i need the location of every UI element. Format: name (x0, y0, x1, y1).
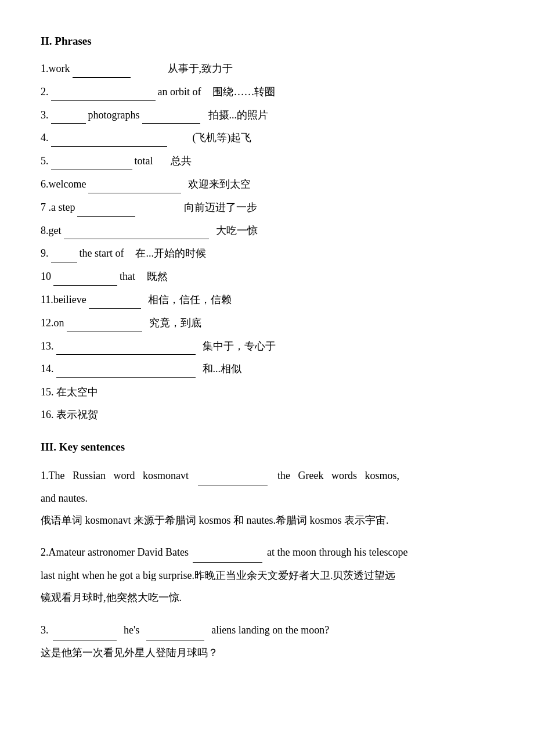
phrase-number: 3. (41, 107, 49, 124)
sentence-cn-1: 俄语单词 kosmonavt 来源于希腊词 kosmos 和 nautes.希腊… (41, 512, 493, 530)
blank-s1[interactable] (198, 466, 268, 485)
phrase-item-9: 9. the start of 在...开始的时候 (41, 245, 493, 262)
phrase-item-7: 7 .a step 向前迈进了一步 (41, 199, 493, 217)
phrase-number: 2. (41, 84, 49, 100)
sentence-en-3: 3. he's aliens landing on the moon? (41, 621, 493, 640)
phrase-item-10: 10 that 既然 (41, 268, 493, 286)
phrase-cn-5: 总共 (171, 153, 192, 170)
phrase-cn-7: 向前迈进了一步 (184, 199, 257, 216)
blank-3b[interactable] (142, 107, 200, 124)
blank-9[interactable] (51, 245, 77, 262)
phrase-number: 8.get (41, 222, 62, 239)
blank-5[interactable] (51, 153, 132, 170)
phrase-text-10: that (120, 268, 135, 285)
phrase-item-11: 11.beilieve 相信，信任，信赖 (41, 291, 493, 309)
phrase-cn-1: 从事于,致力于 (168, 60, 233, 77)
blank-7[interactable] (77, 199, 135, 217)
phrase-cn-9: 在...开始的时候 (135, 245, 206, 262)
blank-3a[interactable] (51, 107, 86, 124)
blank-s3a[interactable] (53, 621, 117, 640)
phrase-number: 4. (41, 129, 49, 146)
phrases-section: II. Phrases 1.work 从事于,致力于 2. an orbit o… (41, 35, 493, 423)
blank-12[interactable] (67, 315, 142, 332)
phrase-item-8: 8.get 大吃一惊 (41, 222, 493, 240)
phrase-number: 6.welcome (41, 176, 86, 193)
phrase-item-16: 16. 表示祝贺 (41, 406, 493, 423)
sentence-block-3: 3. he's aliens landing on the moon? 这是他第… (41, 621, 493, 661)
phrase-cn-10: 既然 (147, 268, 168, 285)
phrase-number: 5. (41, 153, 49, 170)
sentence-block-1: 1.The Russian word kosmonavt the Greek w… (41, 466, 493, 529)
sentence-block-2: 2.Amateur astronomer David Bates at the … (41, 543, 493, 607)
phrase-item-14: 14. 和...相似 (41, 361, 493, 378)
phrase-number: 16. 表示祝贺 (41, 406, 98, 423)
sentence-en-2: 2.Amateur astronomer David Bates at the … (41, 543, 493, 562)
blank-13[interactable] (56, 338, 196, 355)
blank-2[interactable] (51, 84, 156, 101)
phrase-item-4: 4. (飞机等)起飞 (41, 129, 493, 147)
phrase-cn-8: 大吃一惊 (216, 222, 258, 239)
phrase-item-5: 5. total 总共 (41, 153, 493, 170)
phrase-cn-2: 围绕……转圈 (212, 84, 275, 100)
phrase-number: 13. (41, 338, 54, 355)
phrase-text-5: total (135, 153, 153, 170)
blank-6[interactable] (88, 176, 181, 193)
phrase-item-15: 15. 在太空中 (41, 384, 493, 401)
blank-s3b[interactable] (146, 621, 204, 640)
sentence-en-2-line2: last night when he got a big surprise.昨晚… (41, 566, 493, 585)
phrase-number: 14. (41, 361, 54, 377)
phrase-item-12: 12.on 究竟，到底 (41, 315, 493, 332)
phrase-text-3: photographs (88, 107, 140, 124)
phrase-cn-11: 相信，信任，信赖 (148, 291, 232, 308)
blank-s2[interactable] (193, 543, 262, 562)
phrase-number: 12.on (41, 315, 64, 332)
phrase-number: 11.beilieve (41, 291, 86, 308)
phrase-item-6: 6.welcome 欢迎来到太空 (41, 176, 493, 193)
phrase-item-2: 2. an orbit of 围绕……转圈 (41, 84, 493, 101)
sentence-cn-3: 这是他第一次看见外星人登陆月球吗？ (41, 644, 493, 662)
blank-10[interactable] (53, 268, 117, 286)
blank-4[interactable] (51, 129, 167, 147)
phrase-cn-14: 和...相似 (203, 361, 242, 377)
blank-8[interactable] (64, 222, 209, 240)
blank-11[interactable] (89, 291, 141, 309)
phrase-cn-3: 拍摄...的照片 (208, 107, 269, 124)
phrase-text-9: the start of (80, 245, 124, 262)
phrase-item-3: 3. photographs 拍摄...的照片 (41, 107, 493, 124)
phrase-number: 7 .a step (41, 199, 75, 216)
phrase-number: 1.work (41, 60, 70, 77)
phrase-item-1: 1.work 从事于,致力于 (41, 60, 493, 78)
phrase-cn-13: 集中于，专心于 (203, 338, 276, 355)
phrase-cn-6: 欢迎来到太空 (188, 176, 251, 193)
key-sentences-section: III. Key sentences 1.The Russian word ko… (41, 441, 493, 662)
sentence-en-1-line2: and nautes. (41, 489, 493, 507)
key-sentences-title: III. Key sentences (41, 441, 493, 453)
sentence-en-2-line3: 镜观看月球时,他突然大吃一惊. (41, 588, 493, 607)
phrase-item-13: 13. 集中于，专心于 (41, 338, 493, 355)
blank-1[interactable] (73, 60, 131, 78)
phrases-title: II. Phrases (41, 35, 493, 48)
sentence-en-1: 1.The Russian word kosmonavt the Greek w… (41, 466, 493, 485)
page-content: II. Phrases 1.work 从事于,致力于 2. an orbit o… (41, 35, 493, 661)
phrase-number: 15. 在太空中 (41, 384, 98, 401)
phrase-cn-12: 究竟，到底 (149, 315, 201, 332)
phrase-number: 10 (41, 268, 51, 285)
blank-14[interactable] (56, 361, 196, 378)
phrase-number: 9. (41, 245, 49, 262)
phrase-text-2: an orbit of (158, 84, 201, 100)
phrase-cn-4: (飞机等)起飞 (193, 129, 252, 146)
